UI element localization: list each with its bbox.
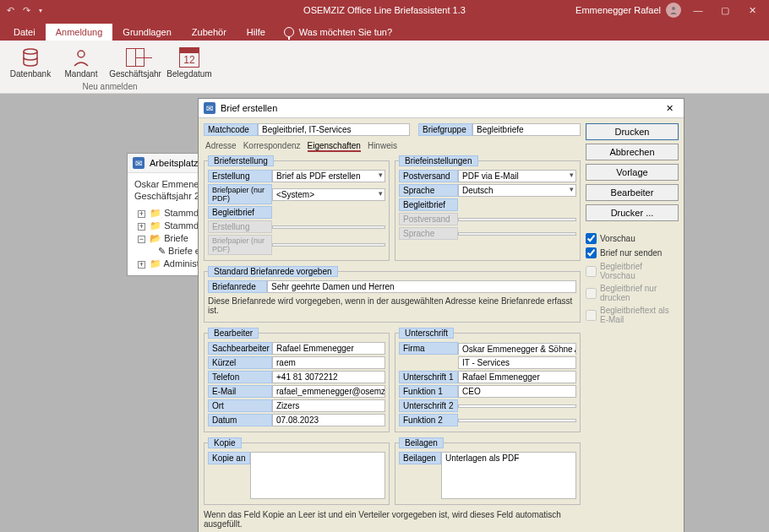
workspace: ✉ Arbeitsplatz Oskar Emmenegge Geschäfts… <box>0 94 769 532</box>
firma2-input[interactable]: IT - Services <box>458 356 576 369</box>
dialog-brief-erstellen: ✉ Brief erstellen ✕ Matchcode Begleitbri… <box>198 98 684 532</box>
bulb-icon <box>284 27 294 37</box>
fieldset-bearbeiter: Bearbeiter SachbearbeiterRafael Emmenegg… <box>204 328 390 432</box>
svg-point-2 <box>78 51 85 57</box>
ribbon-tabs: Datei Anmeldung Grundlagen Zubehör Hilfe… <box>0 20 769 41</box>
email-input[interactable]: rafael_emmenegger@osemziz.ch <box>272 385 385 398</box>
fieldset-briefeinstellungen: Briefeinstellungen PostversandPDF via E-… <box>395 155 581 261</box>
anrede-input[interactable]: Sehr geehrte Damen und Herren <box>267 280 576 293</box>
ribbon-datenbank[interactable]: Datenbank <box>7 44 54 80</box>
fieldset-anrede: Standard Briefanrede vorgeben Briefanred… <box>204 266 581 323</box>
sprache-combo[interactable]: Deutsch <box>458 184 576 197</box>
begleit-text-checkbox: Begleitbrieftext als E-Mail <box>586 306 679 324</box>
tab-korrespondenz[interactable]: Korrespondenz <box>243 141 301 152</box>
begleit-drucken-checkbox: Begleitbrief nur drucken <box>586 284 679 302</box>
beilagen-textarea[interactable]: Unterlagen als PDF <box>441 452 576 499</box>
avatar-icon <box>666 3 681 18</box>
undo-icon[interactable]: ↶ <box>7 5 14 16</box>
user-label[interactable]: Emmenegger Rafael <box>575 3 681 18</box>
tell-me[interactable]: Was möchten Sie tun? <box>275 24 401 41</box>
funktion1-input[interactable]: CEO <box>458 385 576 398</box>
ribbon-belegdatum[interactable]: 12 Belegdatum <box>166 44 213 80</box>
svg-point-0 <box>672 7 675 10</box>
ribbon-group-label: Neu anmelden <box>7 82 213 91</box>
tree-expand-icon[interactable]: + <box>138 223 145 231</box>
tab-adresse[interactable]: Adresse <box>205 141 237 152</box>
unterschrift2-input[interactable] <box>458 404 576 408</box>
matchcode-input[interactable]: Begleitbrief, IT-Services <box>258 123 410 136</box>
bearbeiter-button[interactable]: Bearbeiter <box>586 184 679 201</box>
dialog-title: Brief erstellen <box>221 103 277 113</box>
tab-grundlagen[interactable]: Grundlagen <box>112 24 182 41</box>
workspace-title: Arbeitsplatz <box>150 158 198 168</box>
grid-icon <box>123 46 147 69</box>
edit-icon: ✎ <box>158 246 166 256</box>
kopie-note: Wenn das Feld Kopie an Leer ist und ein … <box>204 508 581 532</box>
tab-anmeldung[interactable]: Anmeldung <box>46 24 113 41</box>
kopie-textarea[interactable] <box>250 452 385 499</box>
matchcode-label: Matchcode <box>204 123 258 136</box>
mail-icon: ✉ <box>133 157 145 169</box>
tree-expand-icon[interactable]: + <box>138 210 145 218</box>
fieldset-beilagen: Beilagen BeilagenUnterlagen als PDF <box>395 437 581 505</box>
erstellung-combo[interactable]: Brief als PDF erstellen <box>272 170 385 182</box>
fieldset-brieferstellung: Brieferstellung ErstellungBrief als PDF … <box>204 155 390 261</box>
abbrechen-button[interactable]: Abbrechen <box>586 144 679 160</box>
postversand-combo[interactable]: PDF via E-Mail <box>458 170 576 182</box>
tab-hinweis[interactable]: Hinweis <box>368 141 397 152</box>
telefon-input[interactable]: +41 81 3072212 <box>272 371 385 383</box>
titlebar: ↶ ↷ ▾ OSEMZIZ Office Line Briefassistent… <box>0 0 769 20</box>
redo-icon[interactable]: ↷ <box>23 5 30 16</box>
dialog-side: Drucken Abbrechen Vorlage Bearbeiter Dru… <box>586 123 679 532</box>
calendar-icon: 12 <box>177 46 201 69</box>
tree-expand-icon[interactable]: + <box>138 261 145 269</box>
fieldset-kopie: Kopie Kopie an <box>204 437 390 505</box>
minimize-button[interactable]: — <box>688 5 708 15</box>
datum-input[interactable]: 07.08.2023 <box>272 414 385 426</box>
briefgruppe-input[interactable]: Begleitbriefe <box>472 123 581 136</box>
mail-icon: ✉ <box>204 102 215 114</box>
tree-collapse-icon[interactable]: − <box>138 236 145 243</box>
tab-hilfe[interactable]: Hilfe <box>237 24 275 41</box>
senden-checkbox[interactable]: Brief nur senden <box>586 247 679 258</box>
folder-open-icon: 📂 <box>150 233 161 243</box>
folder-icon: 📁 <box>150 208 161 218</box>
form-tabs: Adresse Korrespondenz Eigenschaften Hinw… <box>204 138 581 154</box>
anrede-note: Diese Briefanrede wird vorgegeben, wenn … <box>208 295 576 318</box>
close-button[interactable]: ✕ <box>742 5 762 16</box>
drucken-button[interactable]: Drucken <box>586 123 679 140</box>
ribbon-mandant[interactable]: Mandant <box>57 44 105 80</box>
sprache2-combo <box>458 232 576 236</box>
briefpapier-combo[interactable]: <System> <box>272 188 385 201</box>
ribbon: Datenbank Mandant Geschäftsjahr 12 Beleg… <box>0 41 769 94</box>
qat-more-icon[interactable]: ▾ <box>39 7 42 14</box>
funktion2-input[interactable] <box>458 419 576 422</box>
svg-point-1 <box>24 49 37 54</box>
tab-eigenschaften[interactable]: Eigenschaften <box>308 141 361 152</box>
sach-input[interactable]: Rafael Emmenegger <box>272 342 385 355</box>
drucker-button[interactable]: Drucker ... <box>586 204 679 221</box>
tab-zubehoer[interactable]: Zubehör <box>182 24 237 41</box>
maximize-button[interactable]: ▢ <box>715 5 735 16</box>
person-icon <box>69 46 93 69</box>
firma-input[interactable]: Oskar Emmenegger & Söhne AG <box>458 343 576 355</box>
fieldset-unterschrift: Unterschrift FirmaOskar Emmenegger & Söh… <box>395 328 581 432</box>
tab-datei[interactable]: Datei <box>3 24 46 41</box>
ort-input[interactable]: Zizers <box>272 399 385 412</box>
begleit-vorschau-checkbox: Begleitbrief Vorschau <box>586 262 679 280</box>
erstellung2-combo <box>272 225 385 229</box>
app-title: OSEMZIZ Office Line Briefassistent 1.3 <box>303 5 466 15</box>
database-icon <box>19 46 42 69</box>
unterschrift1-input[interactable]: Rafael Emmenegger <box>458 371 576 383</box>
kuerzel-input[interactable]: raem <box>272 356 385 369</box>
vorlage-button[interactable]: Vorlage <box>586 164 679 181</box>
postversand2-combo <box>458 218 576 221</box>
briefpapier2-combo <box>272 243 385 247</box>
folder-icon: 📁 <box>150 258 161 269</box>
vorschau-checkbox[interactable]: Vorschau <box>586 233 679 244</box>
close-icon[interactable]: ✕ <box>661 103 679 114</box>
folder-icon: 📁 <box>150 220 161 231</box>
briefgruppe-label: Briefgruppe <box>418 123 472 136</box>
ribbon-geschaeftsjahr[interactable]: Geschäftsjahr <box>108 44 162 80</box>
